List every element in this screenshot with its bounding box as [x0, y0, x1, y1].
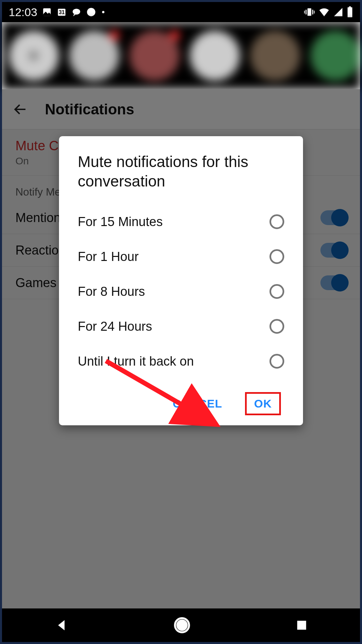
- option-8-hours[interactable]: For 8 Hours: [78, 274, 284, 309]
- status-right: [304, 6, 353, 18]
- radio-icon[interactable]: [269, 354, 284, 369]
- battery-icon: [347, 6, 353, 18]
- svg-rect-6: [306, 10, 307, 14]
- chat-icon: [71, 7, 81, 17]
- status-left: 12:03 31: [9, 6, 106, 19]
- svg-point-2: [73, 9, 80, 15]
- device-frame: 12:03 31: [0, 0, 362, 644]
- status-time: 12:03: [9, 6, 37, 19]
- vibrate-icon: [304, 6, 315, 18]
- svg-rect-5: [307, 8, 311, 16]
- svg-rect-7: [312, 10, 313, 14]
- calendar-day: 31: [57, 9, 67, 15]
- option-label: Until I turn it back on: [78, 354, 194, 369]
- stories-row: [2, 22, 360, 89]
- dialog-actions: CANCEL OK: [78, 392, 284, 415]
- cancel-button[interactable]: CANCEL: [167, 392, 228, 415]
- radio-icon[interactable]: [269, 284, 284, 299]
- cell-signal-icon: [333, 7, 343, 17]
- svg-rect-15: [297, 621, 306, 630]
- dialog-title: Mute notifications for this conversation: [78, 152, 284, 191]
- calendar-icon: 31: [57, 7, 67, 17]
- option-label: For 1 Hour: [78, 250, 139, 264]
- small-dot-icon: [101, 10, 106, 14]
- option-24-hours[interactable]: For 24 Hours: [78, 309, 284, 344]
- nav-home-icon[interactable]: [173, 616, 191, 635]
- wifi-icon: [318, 6, 330, 18]
- option-label: For 15 Minutes: [78, 215, 163, 229]
- ok-button[interactable]: OK: [254, 397, 272, 410]
- image-icon: [42, 7, 52, 17]
- annotation-highlight: OK: [245, 392, 281, 415]
- option-until-back-on[interactable]: Until I turn it back on: [78, 344, 284, 379]
- nav-back-icon[interactable]: [54, 618, 69, 633]
- mute-dialog: Mute notifications for this conversation…: [59, 136, 303, 425]
- nav-recent-icon[interactable]: [295, 619, 308, 632]
- option-1-hour[interactable]: For 1 Hour: [78, 239, 284, 274]
- svg-point-14: [177, 621, 187, 630]
- svg-point-4: [102, 11, 105, 13]
- svg-rect-11: [349, 6, 351, 7]
- status-bar: 12:03 31: [2, 2, 360, 22]
- navigation-bar: [2, 608, 360, 642]
- radio-icon[interactable]: [269, 214, 284, 229]
- option-label: For 8 Hours: [78, 284, 145, 299]
- svg-rect-9: [314, 11, 314, 14]
- radio-icon[interactable]: [269, 249, 284, 264]
- dot-icon: [86, 7, 96, 17]
- screen: 12:03 31: [2, 2, 360, 642]
- radio-icon[interactable]: [269, 319, 284, 334]
- svg-point-3: [87, 8, 96, 16]
- option-label: For 24 Hours: [78, 319, 152, 334]
- option-15-minutes[interactable]: For 15 Minutes: [78, 204, 284, 239]
- svg-rect-8: [304, 11, 305, 14]
- svg-rect-10: [348, 7, 352, 17]
